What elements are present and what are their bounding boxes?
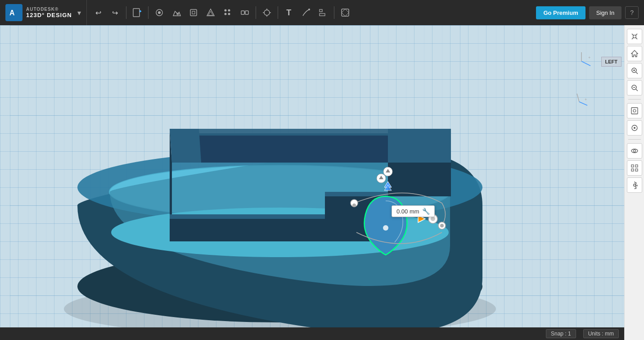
new-button[interactable] [129,5,145,21]
group-button[interactable] [237,5,253,21]
zoom-extents-button[interactable] [627,29,642,44]
svg-point-13 [228,9,230,12]
grid-button[interactable] [627,160,642,176]
svg-point-70 [633,109,636,112]
toolbar-divider-1 [126,6,126,19]
canvas-area[interactable]: + + LEFT 0.00 mm 🔧 [0,25,644,340]
toolbar-tools: ↩ ↪ T [87,0,531,25]
undo-button[interactable]: ↩ [90,5,107,21]
main-toolbar: A AUTODESK® 123D° DESIGN ▾ ↩ ↪ [0,0,644,25]
svg-rect-2 [133,9,140,17]
svg-marker-10 [207,9,214,16]
signin-button[interactable]: Sign In [589,6,621,19]
app-name: AUTODESK® 123D° DESIGN [26,7,72,18]
svg-point-50 [440,224,444,227]
redo-button[interactable]: ↪ [107,5,123,21]
svg-rect-69 [631,108,638,114]
visibility-button[interactable] [627,143,642,159]
svg-point-46 [431,217,435,221]
measure-settings-icon[interactable]: 🔧 [422,208,430,215]
app-logo-icon: A [5,4,23,21]
svg-rect-77 [631,169,634,171]
statusbar: Snap : 1 Units : mm [0,327,624,340]
svg-rect-8 [190,9,197,16]
view-perspective-button[interactable] [627,120,642,136]
toolbar-divider-4 [278,6,278,19]
svg-point-72 [634,127,635,129]
zoom-in-button[interactable] [627,63,642,78]
svg-text:+: + [585,97,587,102]
zoom-out-button[interactable] [627,80,642,95]
app-menu-dropdown[interactable]: ▾ [77,9,81,17]
primitives-button[interactable] [151,5,167,21]
text-button[interactable]: T [281,5,297,21]
svg-point-24 [308,9,310,10]
svg-point-48 [352,204,356,207]
svg-rect-78 [635,169,638,171]
svg-point-37 [383,225,388,231]
help-button[interactable]: ? [625,6,639,19]
svg-point-12 [224,9,226,12]
svg-rect-9 [192,11,195,14]
svg-rect-75 [631,165,634,167]
measure-button[interactable] [298,5,314,21]
svg-rect-76 [635,165,638,167]
right-sidebar [624,25,644,340]
svg-point-6 [158,11,161,14]
svg-point-15 [228,13,230,15]
measure-tooltip: 0.00 mm 🔧 [392,205,435,217]
svg-rect-17 [245,11,248,14]
premium-button[interactable]: Go Premium [536,6,585,19]
svg-text:+: + [588,55,590,60]
svg-line-67 [636,89,638,91]
align-button[interactable] [315,5,331,21]
settings-button[interactable] [627,177,642,193]
undo-redo-group: ↩ ↪ [90,5,123,21]
svg-rect-16 [241,11,244,14]
toolbar-right: Go Premium Sign In ? [531,6,644,19]
modify-button[interactable] [203,5,219,21]
construct-button[interactable] [185,5,202,21]
material-button[interactable] [337,5,353,21]
toolbar-divider-5 [334,6,334,19]
svg-text:A: A [9,9,15,17]
zoom-fit-button[interactable] [627,103,642,118]
toolbar-divider-3 [256,6,256,19]
snap-button[interactable] [259,5,275,21]
svg-rect-26 [320,14,325,16]
sketch-button[interactable] [168,5,185,21]
svg-rect-27 [342,9,349,16]
svg-point-14 [224,13,226,15]
logo-area: A AUTODESK® 123D° DESIGN ▾ [0,0,87,25]
svg-point-19 [264,10,270,15]
scene-svg: + + [0,25,644,340]
sidebar-divider-2 [628,139,641,140]
view-home-button[interactable] [627,46,642,61]
svg-rect-25 [320,9,322,12]
sidebar-divider-1 [628,99,641,100]
view-label: LEFT [601,57,622,67]
snap-status[interactable]: Snap : 1 [546,329,576,338]
svg-line-63 [636,72,638,74]
pattern-button[interactable] [220,5,236,21]
svg-point-74 [633,150,635,152]
measure-value: 0.00 mm [396,208,419,215]
units-status[interactable]: Units : mm [583,329,619,338]
toolbar-divider-2 [148,6,149,19]
